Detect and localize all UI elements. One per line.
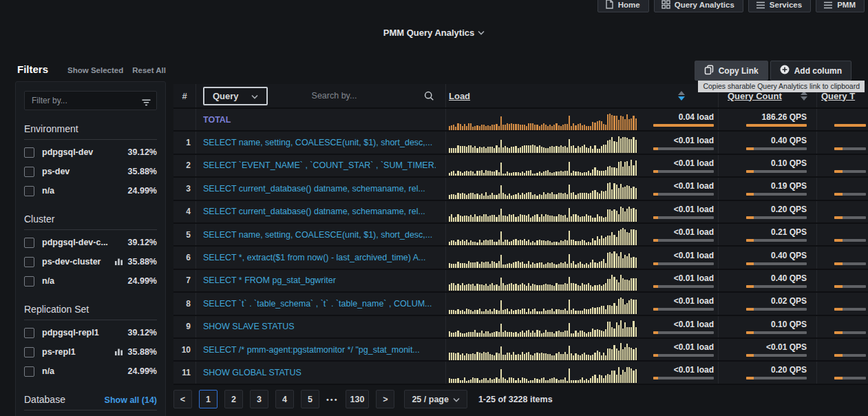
filter-item: ps-dev-cluster 35.88% <box>24 252 157 271</box>
filter-item-label[interactable]: pdpgsql-repl1 <box>42 328 128 337</box>
filter-item-label[interactable]: ps-dev-cluster <box>42 257 114 267</box>
query-link[interactable]: SELECT *, extract($1 from now() - last_a… <box>203 253 436 262</box>
show-all-link[interactable]: Show all (14) <box>105 395 157 405</box>
load-cell: <0.01 load <box>446 178 719 199</box>
top-nav-tab-services[interactable]: Services <box>748 0 811 12</box>
filter-item: pdpgsql-dev 39.12% <box>24 143 157 162</box>
query-cell: SHOW GLOBAL STATUS <box>196 362 446 383</box>
filter-checkbox[interactable] <box>24 257 34 267</box>
query-link[interactable]: TOTAL <box>203 115 440 125</box>
load-sparkline <box>449 136 636 153</box>
load-progress-bar <box>653 354 714 357</box>
load-sort-link[interactable]: Load <box>449 91 470 101</box>
top-nav-tab-home[interactable]: Home <box>597 0 649 12</box>
bar-chart-icon[interactable] <box>114 348 124 356</box>
filter-checkbox[interactable] <box>24 347 34 357</box>
filter-funnel-icon <box>142 96 151 109</box>
top-nav-tab-query-analytics[interactable]: Query Analytics <box>654 0 743 12</box>
query-count-sort-icon[interactable] <box>801 91 807 101</box>
row-number <box>173 109 196 130</box>
query-time-progress-bar <box>834 216 866 219</box>
filter-item-label[interactable]: pdpgsql-dev-c... <box>42 238 128 247</box>
plus-circle-icon <box>780 65 790 76</box>
filter-item: ps-dev 35.88% <box>24 162 157 181</box>
filter-checkbox[interactable] <box>24 238 34 248</box>
filter-item-label[interactable]: n/a <box>42 276 128 286</box>
query-link[interactable]: SELECT name, setting, COALESCE(unit, $1)… <box>203 230 436 240</box>
filter-checkbox[interactable] <box>24 167 34 177</box>
show-selected-link[interactable]: Show Selected <box>67 66 123 74</box>
search-icon <box>424 91 434 103</box>
chevron-down-icon[interactable] <box>478 25 485 37</box>
row-number: 8 <box>173 293 196 314</box>
page-size-label: 25 / page <box>412 395 449 404</box>
query-link[interactable]: SELECT name, setting, COALESCE(unit, $1)… <box>203 138 436 147</box>
query-time-cell <box>817 339 868 360</box>
filter-input[interactable] <box>24 91 157 110</box>
filter-item-label[interactable]: n/a <box>42 186 128 196</box>
load-progress-bar <box>653 331 714 334</box>
query-link[interactable]: SELECT current_database() datname, schem… <box>203 207 436 216</box>
load-progress-bar <box>653 377 714 379</box>
load-column-header: Load <box>446 84 719 107</box>
filter-item-percentage: 35.88% <box>128 257 157 267</box>
prev-page-button[interactable]: < <box>173 390 192 408</box>
query-time-cell <box>817 316 868 337</box>
query-link[interactable]: SELECT `EVENT_NAME` , `COUNT_STAR` , `SU… <box>203 160 436 170</box>
filter-item-percentage: 39.12% <box>128 328 157 337</box>
page-button-4[interactable]: 4 <box>275 390 294 408</box>
pages-ellipsis[interactable]: ••• <box>326 395 339 404</box>
filter-checkbox[interactable] <box>24 366 34 377</box>
page-button-5[interactable]: 5 <box>301 390 319 408</box>
last-page-button[interactable]: 130 <box>346 390 370 408</box>
filter-checkbox[interactable] <box>24 186 34 196</box>
page-button-3[interactable]: 3 <box>250 390 268 408</box>
query-count-value: 0.21 QPS <box>771 227 807 237</box>
copy-link-button[interactable]: Copy Link <box>695 61 768 81</box>
table-row: 10 SELECT /* pmm-agent:pgstatmonitor */ … <box>173 339 868 362</box>
top-nav-tab-pmm[interactable]: PMM <box>816 0 865 12</box>
filter-item-percentage: 39.12% <box>128 147 157 157</box>
bar-chart-icon[interactable] <box>114 258 124 266</box>
load-value: <0.01 load <box>674 227 714 237</box>
query-count-progress-bar <box>746 124 807 127</box>
query-time-progress-bar <box>834 354 866 357</box>
page-button-2[interactable]: 2 <box>224 390 243 408</box>
query-count-progress-bar <box>746 285 807 288</box>
filter-checkbox[interactable] <box>24 328 34 338</box>
query-time-progress-bar <box>834 193 866 196</box>
filter-checkbox[interactable] <box>24 147 34 158</box>
page-size-select[interactable]: 25 / page <box>404 390 467 408</box>
filter-item-label[interactable]: n/a <box>42 366 128 376</box>
page-title[interactable]: PMM Query Analytics <box>383 28 474 38</box>
query-count-value: 0.20 QPS <box>771 205 807 214</box>
query-link[interactable]: SHOW GLOBAL STATUS <box>203 368 436 377</box>
query-count-cell: 0.20 QPS <box>719 362 817 383</box>
query-link[interactable]: SELECT * FROM pg_stat_bgwriter <box>203 275 436 285</box>
query-search <box>277 87 440 105</box>
add-column-button[interactable]: Add column <box>770 61 851 81</box>
load-sort-icon[interactable] <box>678 91 685 101</box>
filter-item-label[interactable]: pdpgsql-dev <box>42 147 128 157</box>
load-cell: <0.01 load <box>446 247 719 268</box>
load-sparkline <box>449 228 636 245</box>
reset-all-link[interactable]: Reset All <box>132 66 166 74</box>
load-progress-bar <box>653 308 714 311</box>
query-link[interactable]: SELECT /* pmm-agent:pgstatmonitor */ "pg… <box>203 345 436 355</box>
load-value: <0.01 load <box>674 158 714 168</box>
filter-item-label[interactable]: ps-repl1 <box>42 347 114 357</box>
page-button-1[interactable]: 1 <box>199 390 218 408</box>
query-link[interactable]: SELECT current_database() datname, schem… <box>203 184 436 194</box>
load-cell: <0.01 load <box>446 316 719 337</box>
filter-checkbox[interactable] <box>24 276 34 287</box>
table-row: 8 SELECT `t` . `table_schema` , `t` . `t… <box>173 293 868 315</box>
query-count-cell: 0.20 QPS <box>719 201 817 222</box>
filter-item-label[interactable]: ps-dev <box>42 167 128 176</box>
load-progress-bar <box>653 216 714 219</box>
query-link[interactable]: SELECT `t` . `table_schema` , `t` . `tab… <box>203 299 436 309</box>
query-link[interactable]: SHOW SLAVE STATUS <box>203 322 436 331</box>
query-dimension-dropdown[interactable]: Query <box>203 87 268 105</box>
next-page-button[interactable]: > <box>376 390 394 408</box>
query-cell: SELECT name, setting, COALESCE(unit, $1)… <box>196 224 446 245</box>
query-search-input[interactable] <box>277 87 440 105</box>
